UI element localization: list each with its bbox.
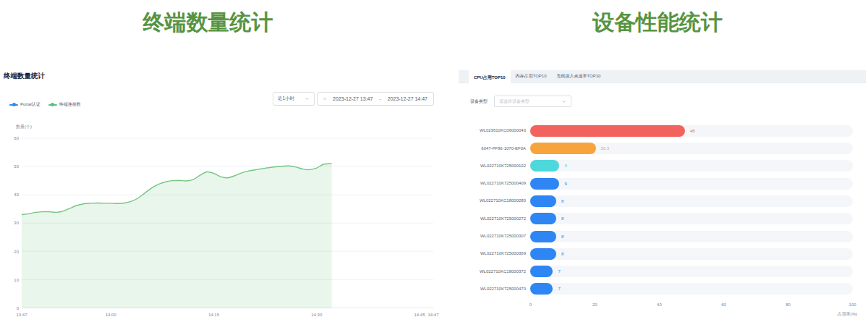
legend-marker-icon xyxy=(48,103,57,106)
bar xyxy=(530,195,556,207)
bar xyxy=(530,248,556,260)
chevron-down-icon xyxy=(561,99,566,104)
bar-value-label: 48 xyxy=(690,129,695,133)
bar xyxy=(530,125,685,137)
date-range-picker[interactable]: 2023-12-27 13:47 - 2023-12-27 14:47 xyxy=(317,92,434,106)
bar-track xyxy=(530,248,852,260)
y-tick-label: 20 xyxy=(14,250,19,254)
y-tick-label: 10 xyxy=(14,278,19,282)
bar xyxy=(530,283,553,295)
bar-category-label: WL022710KC18000372 xyxy=(441,269,526,274)
y-tick-label: 40 xyxy=(14,192,19,197)
time-range-value: 近1小时 xyxy=(278,96,305,102)
clock-icon xyxy=(323,96,326,102)
legend-label: 终端连接数 xyxy=(59,101,81,108)
bar-x-axis-name: 占用率(%) xyxy=(817,311,857,318)
bar xyxy=(530,143,595,154)
legend-item-0[interactable]: Portal认证 xyxy=(9,101,41,108)
bar xyxy=(530,213,556,224)
bar-track xyxy=(530,231,852,242)
bar-category-label: WL022710K725000470 xyxy=(441,287,526,291)
x-tick-label: 14:45 xyxy=(414,313,426,317)
tab-1[interactable]: 内存占用TOP10 xyxy=(511,70,552,82)
tab-0[interactable]: CPU占用TOP10 xyxy=(469,70,511,85)
date-range-end: 2023-12-27 14:47 xyxy=(388,96,427,101)
date-range-separator: - xyxy=(379,96,380,101)
left-section-heading: 终端数量统计 xyxy=(0,9,416,35)
x-tick-label: 14:47 xyxy=(427,313,439,317)
area-fill xyxy=(22,164,332,308)
bar-track xyxy=(530,213,852,224)
bar-x-tick-label: 60 xyxy=(721,302,726,307)
bar-track xyxy=(530,283,852,295)
bar-category-label: WL022710K725000409 xyxy=(441,181,526,185)
dashboard: 终端数量统计 设备性能统计 终端数量统计 近1小时 2023-12-27 13:… xyxy=(0,0,868,330)
bar xyxy=(530,266,553,277)
bar xyxy=(530,160,559,172)
time-range-select[interactable]: 近1小时 xyxy=(273,92,315,106)
bar-track xyxy=(530,195,852,207)
x-tick-label: 14:00 xyxy=(106,313,117,317)
panel-title: 终端数量统计 xyxy=(4,72,45,81)
bar-value-label: 9 xyxy=(564,182,566,186)
bar-value-label: 8 xyxy=(561,252,563,256)
bar xyxy=(530,178,559,190)
bar-value-label: 8 xyxy=(561,234,563,239)
bar-value-label: 7 xyxy=(558,287,560,291)
device-type-placeholder: 请选择设备类型 xyxy=(499,98,561,105)
bar-category-label: WL022710KC18000280 xyxy=(441,198,526,203)
bar-category-label: WL022710K725000307 xyxy=(441,234,526,238)
legend-label: Portal认证 xyxy=(20,101,41,108)
bar-category-label: WL022710K725000272 xyxy=(441,216,526,221)
legend-marker-icon xyxy=(9,103,18,106)
bar-track xyxy=(530,266,852,277)
y-tick-label: 60 xyxy=(14,136,19,140)
terminal-count-chart: 010203040506013:4714:0014:1514:3014:4514… xyxy=(0,109,448,330)
bar-value-label: 20.3 xyxy=(601,146,610,151)
bar xyxy=(530,231,556,242)
chart-legend: Portal认证终端连接数 xyxy=(9,101,81,108)
date-range-start: 2023-12-27 13:47 xyxy=(333,96,373,101)
x-tick-label: 14:15 xyxy=(208,313,220,317)
bar-x-tick-label: 80 xyxy=(786,302,791,307)
bar-category-label: 6047-FF96-1070-EF0A xyxy=(441,146,526,151)
bar-value-label: 8 xyxy=(561,216,563,221)
bar-x-tick-label: 100 xyxy=(849,302,856,307)
bar-track xyxy=(530,178,852,190)
bar-value-label: 9 xyxy=(564,164,566,168)
bar-category-label: WL023610KC06000043 xyxy=(441,128,526,132)
bar-category-label: WL022710K725000369 xyxy=(441,251,526,255)
tab-2[interactable]: 无线接入点速率TOP10 xyxy=(551,70,605,82)
tab-bar: CPU占用TOP10内存占用TOP10无线接入点速率TOP10 xyxy=(459,70,866,83)
bar-x-tick-label: 20 xyxy=(592,302,597,307)
bar-value-label: 7 xyxy=(558,269,560,274)
bar-category-label: WL022710K725000102 xyxy=(441,164,526,168)
legend-item-1[interactable]: 终端连接数 xyxy=(48,101,81,108)
chevron-down-icon xyxy=(305,96,310,101)
y-tick-label: 0 xyxy=(17,306,20,310)
x-tick-label: 14:30 xyxy=(311,313,323,317)
device-type-select[interactable]: 请选择设备类型 xyxy=(494,96,571,107)
bar-value-label: 8 xyxy=(561,199,563,203)
bar-x-tick-label: 40 xyxy=(657,302,662,307)
y-tick-label: 50 xyxy=(14,164,19,169)
bar-track xyxy=(530,160,852,172)
bar-x-tick-label: 0 xyxy=(529,302,532,307)
device-type-label: 设备类型 xyxy=(470,98,488,105)
x-tick-label: 13:47 xyxy=(16,313,27,317)
right-section-heading: 设备性能统计 xyxy=(451,9,864,35)
y-tick-label: 30 xyxy=(14,221,19,225)
